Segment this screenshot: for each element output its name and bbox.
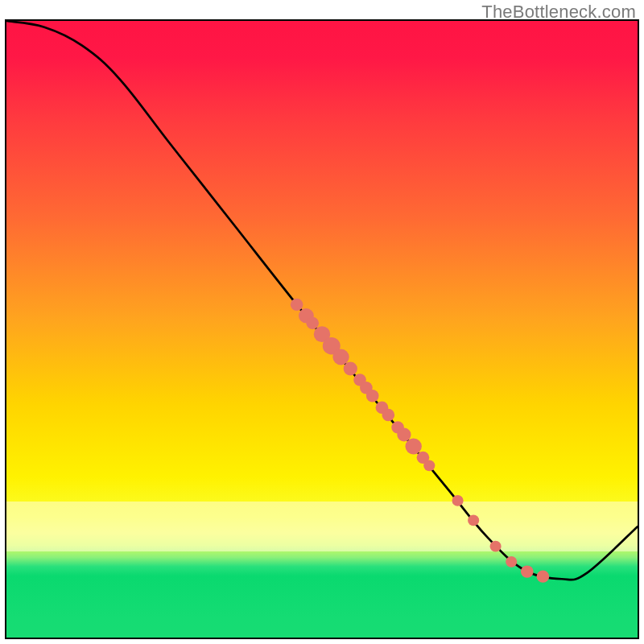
curve-marker	[405, 439, 421, 455]
curve-marker	[366, 390, 379, 402]
curve-svg	[6, 21, 638, 638]
curve-marker	[452, 495, 464, 506]
curve-marker	[521, 565, 534, 577]
curve-marker	[468, 515, 479, 526]
curve-marker	[423, 460, 435, 471]
chart-container: TheBottleneck.com	[0, 0, 644, 644]
curve-markers	[291, 299, 549, 583]
plot-area	[5, 19, 639, 639]
curve-marker	[382, 409, 394, 421]
curve-marker	[506, 556, 517, 568]
curve-marker	[397, 428, 411, 442]
curve-marker	[344, 362, 357, 376]
curve-marker	[306, 317, 319, 329]
curve-marker	[490, 541, 502, 552]
curve-marker	[537, 571, 550, 583]
curve-path	[6, 21, 638, 580]
curve-marker	[291, 299, 303, 311]
curve-marker	[332, 349, 349, 365]
